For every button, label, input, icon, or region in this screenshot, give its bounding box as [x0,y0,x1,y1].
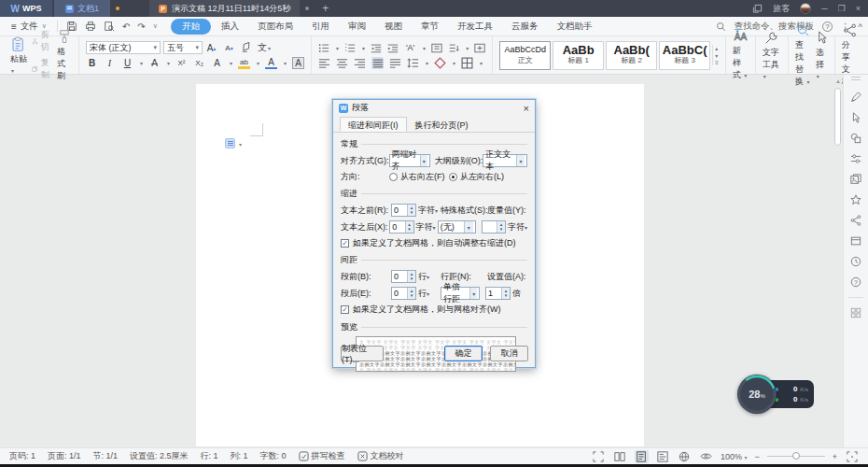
tab-line-page-breaks[interactable]: 换行和分页(P) [407,117,477,132]
show-marks-icon[interactable] [474,43,485,53]
history-clock-icon[interactable] [850,256,861,267]
spell-check-button[interactable]: 拼写检查 [299,450,345,462]
cut-button[interactable]: 剪切 [32,29,52,53]
minimize-button[interactable]: ─ [821,0,827,17]
paste-options-dropdown-icon[interactable]: ▾ [239,141,242,148]
style-heading2[interactable]: AaBb( 标题 2 [606,41,657,70]
tab-review[interactable]: 审阅 [340,19,374,35]
share-nodes-icon[interactable] [850,215,861,226]
paste-button[interactable]: 粘贴 ▾ [10,36,27,75]
fullscreen-view-icon[interactable] [592,450,606,463]
tab-indents-spacing[interactable]: 缩进和间距(I) [340,117,407,132]
styles-scroll-up-icon[interactable]: ▴ [715,45,719,51]
tab-presentation-dot[interactable] [305,7,309,10]
char-shading-button[interactable]: A [292,57,304,69]
doc-proof-button[interactable]: 文档校对 [357,450,404,462]
text-tool-button[interactable]: 文字工具 ▾ [763,31,781,80]
space-after-spinner[interactable]: 0 ▴▾ [391,287,416,300]
undo-icon[interactable]: ↶ [122,21,130,32]
zoom-in-icon[interactable]: + [833,452,837,461]
web-view-icon[interactable] [678,450,692,463]
shading-icon[interactable] [434,57,446,69]
eye-protect-icon[interactable] [699,450,713,463]
bold-button[interactable]: B [86,57,98,69]
borders-icon[interactable] [461,57,473,69]
outline-view-icon[interactable] [656,450,670,463]
scrollbar-thumb[interactable] [834,88,841,146]
before-unit[interactable]: 字符▾ [418,205,441,217]
print-preview-icon[interactable] [104,21,115,32]
dialog-titlebar[interactable]: W 段落 × [333,100,535,116]
ok-button[interactable]: 确定 [444,346,483,361]
redo-icon[interactable]: ↷ [137,21,145,32]
apps-grid-icon[interactable] [850,307,861,318]
image-panel-icon[interactable] [850,174,861,185]
zoom-slider-thumb[interactable] [792,452,800,460]
styles-more-icon[interactable]: ≡ [715,60,719,65]
char-scale-button[interactable]: 'A' [404,42,416,54]
network-speed-widget[interactable]: 0 K/s 0 K/s 28% [737,375,814,414]
tab-insert[interactable]: 插入 [213,19,247,35]
tab-references[interactable]: 引用 [303,19,338,35]
special-format-combo[interactable]: (无) ▾ [438,220,476,234]
select-button[interactable]: 选择 ▾ [816,31,828,80]
justify-button[interactable] [371,57,384,69]
clear-format-icon[interactable] [241,42,252,53]
tab-presentation[interactable]: P 演示文稿 12月11日11时14分5秒 [149,0,300,17]
numbered-list-icon[interactable] [344,43,356,53]
tab-developer[interactable]: 开发工具 [449,19,501,35]
zoom-level[interactable]: 100% ▾ [721,452,748,461]
snap-to-grid-checkbox[interactable]: ✓ [341,305,349,314]
styles-scroll-down-icon[interactable]: ▾ [715,52,719,59]
font-name-combo[interactable]: 宋体 (正文) ▾ [86,41,161,54]
two-page-view-icon[interactable] [613,450,627,463]
radio-left-to-right[interactable] [449,173,457,181]
strikethrough-button[interactable]: A [148,57,161,69]
outline-level-combo[interactable]: 正文文本 ▾ [483,154,527,167]
tab-page-layout[interactable]: 页面布局 [249,19,301,35]
sort-icon[interactable] [448,43,459,53]
measure-spinner[interactable]: ▴▾ [482,220,506,234]
shrink-font-button[interactable]: A▾ [223,42,235,54]
phonetic-guide-button[interactable]: 文▾ [258,42,271,54]
set-value-spinner[interactable]: 1 ▴▾ [485,287,511,300]
subscript-button[interactable]: X₂ [193,57,205,69]
decrease-indent-icon[interactable] [371,43,382,53]
font-size-combo[interactable]: 五号 ▾ [163,41,203,54]
settings-sliders-icon[interactable] [850,153,861,164]
scroll-up-icon[interactable]: ▲ [834,78,842,84]
tab-section[interactable]: 章节 [413,19,447,35]
format-painter-button[interactable]: 格式刷 [57,29,72,82]
style-heading3[interactable]: AaBbC( 标题 3 [659,41,710,70]
after-unit[interactable]: 字符▾ [416,221,438,234]
tab-home[interactable]: 开始 [171,19,211,35]
page-view-icon[interactable] [635,450,649,463]
copy-button[interactable]: 复制 [32,57,52,81]
align-center-icon[interactable] [336,57,348,69]
tab-cloud[interactable]: 云服务 [503,19,547,35]
grow-font-button[interactable]: A▴ [205,42,217,54]
account-name[interactable]: 旅客 [773,3,790,15]
paste-options-icon[interactable] [225,138,235,149]
find-replace-button[interactable]: 查找替换 ▾ [795,23,811,88]
cursor-icon[interactable] [850,112,861,123]
new-style-button[interactable]: AA 新样式 ▾ [733,29,749,81]
help-circle-icon[interactable]: ? [850,276,861,288]
line-spacing-icon[interactable] [407,57,419,69]
superscript-button[interactable]: X² [175,57,188,69]
collapse-ribbon-icon[interactable]: ^ [859,21,862,32]
italic-button[interactable]: I [104,57,116,69]
align-right-icon[interactable] [354,57,366,69]
pen-icon[interactable] [850,92,861,103]
bullet-list-icon[interactable] [318,43,329,53]
style-heading1[interactable]: AaBb 标题 1 [553,41,604,70]
radio-right-to-left[interactable] [389,173,398,181]
highlight-color-button[interactable]: ab [238,57,250,69]
new-tab-button[interactable]: + [322,0,329,17]
tab-doc-assistant[interactable]: 文档助手 [548,19,600,35]
restore-button[interactable]: ❐ [838,0,846,17]
vertical-scrollbar[interactable]: ▲ [834,78,842,446]
tab-document1[interactable]: 文档1 [54,0,110,17]
text-direction-icon[interactable] [431,43,442,53]
star-icon[interactable] [850,194,861,205]
